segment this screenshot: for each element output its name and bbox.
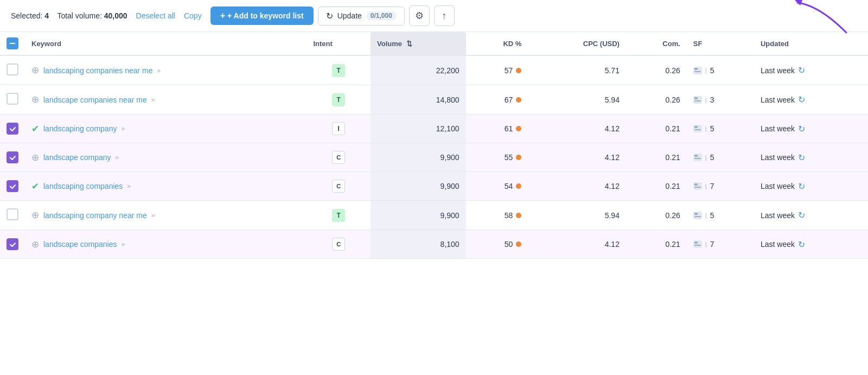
com-cell: 0.26 <box>626 201 687 230</box>
svg-rect-14 <box>693 182 702 190</box>
updated-cell: Last week ↻ <box>754 143 868 172</box>
keyword-arrows: » <box>116 154 119 161</box>
intent-cell: I <box>307 115 371 143</box>
keyword-cell: ✔ landscaping company » <box>25 115 307 143</box>
com-cell: 0.21 <box>626 143 687 172</box>
kd-value: 55 <box>505 153 513 162</box>
checkbox-cell[interactable] <box>0 172 25 201</box>
checkbox-cell[interactable] <box>0 201 25 230</box>
com-cell: 0.26 <box>626 85 687 115</box>
col-header-volume[interactable]: Volume ⇅ <box>371 32 466 55</box>
row-refresh-icon[interactable]: ↻ <box>798 210 805 220</box>
row-refresh-icon[interactable]: ↻ <box>798 181 805 192</box>
kd-dot <box>516 241 521 247</box>
deselect-all-button[interactable]: Deselect all <box>136 11 175 20</box>
intent-cell: T <box>307 201 371 230</box>
keywords-table: Keyword Intent Volume ⇅ KD % CPC (USD) C… <box>0 32 868 259</box>
update-button[interactable]: ↻ Update 0/1,000 <box>318 7 405 26</box>
row-refresh-icon[interactable]: ↻ <box>798 124 805 134</box>
keyword-link[interactable]: landscape companies <box>43 240 117 249</box>
sf-value: 5 <box>710 211 714 220</box>
col-header-cpc: CPC (USD) <box>528 32 626 55</box>
col-header-kd: KD % <box>466 32 528 55</box>
kd-cell: 50 <box>466 230 528 259</box>
keyword-link[interactable]: landscape companies near me <box>43 96 147 104</box>
keyword-link[interactable]: landscaping company <box>43 124 117 133</box>
row-checkbox-selected[interactable] <box>7 123 18 135</box>
row-refresh-icon[interactable]: ↻ <box>798 239 805 250</box>
checkbox-cell[interactable] <box>0 85 25 115</box>
intent-cell: C <box>307 143 371 172</box>
kd-cell: 55 <box>466 143 528 172</box>
keyword-link[interactable]: landscape company <box>43 153 111 162</box>
svg-rect-16 <box>694 187 701 188</box>
sf-divider: | <box>705 125 707 132</box>
kd-dot <box>516 68 521 73</box>
sf-cell: | 5 <box>687 115 754 143</box>
row-checkbox-unselected[interactable] <box>7 208 18 220</box>
add-circle-icon: ⊕ <box>31 152 39 163</box>
volume-cell: 8,100 <box>371 230 466 259</box>
checkbox-cell[interactable] <box>0 55 25 85</box>
row-refresh-icon[interactable]: ↻ <box>798 94 805 105</box>
sf-icon <box>693 96 702 104</box>
add-circle-icon: ⊕ <box>31 94 39 105</box>
com-cell: 0.21 <box>626 172 687 201</box>
svg-rect-2 <box>693 67 702 74</box>
sf-value: 7 <box>710 240 714 249</box>
com-cell: 0.21 <box>626 230 687 259</box>
updated-cell: Last week ↻ <box>754 55 868 85</box>
intent-badge: I <box>332 122 345 135</box>
svg-rect-22 <box>694 245 701 246</box>
table-row: ✔ landscaping companies » C9,900544.120.… <box>0 172 868 201</box>
sf-divider: | <box>705 183 707 189</box>
volume-cell: 14,800 <box>371 85 466 115</box>
updated-text: Last week <box>761 240 795 249</box>
keyword-cell: ⊕ landscape company » <box>25 143 307 172</box>
table-row: ⊕ landscaping companies near me » T22,20… <box>0 55 868 85</box>
cpc-cell: 4.12 <box>528 172 626 201</box>
keyword-link[interactable]: landscaping company near me <box>43 211 147 220</box>
sf-cell: | 7 <box>687 172 754 201</box>
header-checkbox-cell[interactable] <box>0 32 25 55</box>
svg-rect-9 <box>694 126 698 128</box>
row-refresh-icon[interactable]: ↻ <box>798 152 805 163</box>
checkbox-cell[interactable] <box>0 230 25 259</box>
selected-info: Selected: 4 Total volume: 40,000 <box>11 11 127 20</box>
checkbox-cell[interactable] <box>0 143 25 172</box>
export-button[interactable]: ↑ <box>434 5 455 26</box>
com-cell: 0.21 <box>626 115 687 143</box>
volume-cell: 9,900 <box>371 143 466 172</box>
col-header-keyword: Keyword <box>25 32 307 55</box>
sf-icon <box>693 67 702 74</box>
checkbox-cell[interactable] <box>0 115 25 143</box>
copy-button[interactable]: Copy <box>184 11 202 20</box>
keyword-arrows: » <box>157 67 161 74</box>
keyword-link[interactable]: landscaping companies near me <box>43 66 153 75</box>
intent-cell: T <box>307 85 371 115</box>
row-checkbox-unselected[interactable] <box>7 63 18 75</box>
keyword-arrows: » <box>121 240 125 248</box>
kd-value: 57 <box>505 66 513 75</box>
svg-rect-1 <box>10 43 15 44</box>
updated-text: Last week <box>761 96 795 104</box>
add-to-keyword-list-button[interactable]: + + Add to keyword list <box>210 7 314 25</box>
row-checkbox-selected[interactable] <box>7 238 18 250</box>
keyword-cell: ⊕ landscape companies near me » <box>25 85 307 115</box>
sf-value: 5 <box>710 153 714 162</box>
header-checkbox[interactable] <box>7 37 18 49</box>
sf-icon <box>693 182 702 190</box>
row-checkbox-unselected[interactable] <box>7 93 18 105</box>
keyword-link[interactable]: landscaping companies <box>43 182 123 190</box>
row-checkbox-selected[interactable] <box>7 180 18 192</box>
keyword-cell: ⊕ landscaping company near me » <box>25 201 307 230</box>
sort-icon: ⇅ <box>406 40 412 48</box>
sf-value: 5 <box>710 66 714 75</box>
cpc-cell: 4.12 <box>528 143 626 172</box>
settings-button[interactable]: ⚙ <box>409 5 430 26</box>
row-refresh-icon[interactable]: ↻ <box>798 65 805 75</box>
sf-cell: | 5 <box>687 201 754 230</box>
kd-value: 50 <box>505 240 513 249</box>
row-checkbox-selected[interactable] <box>7 151 18 163</box>
sf-cell: | 3 <box>687 85 754 115</box>
